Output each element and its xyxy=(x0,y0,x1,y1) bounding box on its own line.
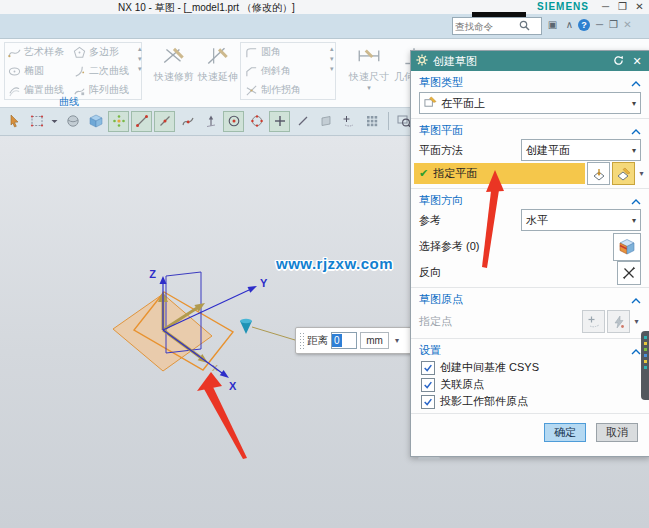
ribbon-item-quick-extend[interactable]: 快速延伸 xyxy=(196,44,240,84)
section-sketch-type[interactable]: 草图类型 xyxy=(411,74,649,91)
distance-label: 距离 xyxy=(307,334,328,348)
ok-button[interactable]: 确定 xyxy=(544,423,586,442)
plane-constructor-button[interactable] xyxy=(612,162,635,185)
plane-dialog-button[interactable] xyxy=(587,162,610,185)
create-sketch-dialog: 创建草图 ✕ 草图类型 在平面上 ▾ 草图平面 平面方法 创建平面▾ ✔ 指定平… xyxy=(410,50,649,457)
combo-caret-icon[interactable]: ▾ xyxy=(632,99,636,108)
doc-minimize-icon[interactable]: ─ xyxy=(592,16,607,33)
snap-face-icon[interactable] xyxy=(315,111,336,132)
cube-icon xyxy=(618,238,636,256)
ribbon-item-quick-trim[interactable]: 快速修剪 xyxy=(152,44,196,84)
combo-caret-icon[interactable]: ▾ xyxy=(632,146,636,155)
specify-plane-caret-icon[interactable]: ▾ xyxy=(637,169,646,178)
ribbon-item-studio-spline[interactable]: 艺术样条 xyxy=(8,45,73,59)
specify-plane-row: ✔ 指定平面 ▾ xyxy=(414,163,646,184)
chevron-up-icon[interactable] xyxy=(631,195,641,207)
ribbon-item-ellipse[interactable]: 椭圆 xyxy=(8,64,73,78)
distance-value-field[interactable]: 0 xyxy=(331,332,357,349)
checkbox-row-project-origin[interactable]: 投影工作部件原点 xyxy=(411,393,649,410)
curve-group-arrows[interactable]: ▴▾▾ xyxy=(138,46,142,72)
ribbon-item-polygon[interactable]: 多边形 xyxy=(73,45,138,59)
drag-grip-icon[interactable] xyxy=(299,332,304,349)
section-sketch-origin[interactable]: 草图原点 xyxy=(411,291,649,308)
checkbox-checked-icon[interactable] xyxy=(421,378,435,392)
unit-dropdown-caret-icon[interactable]: ▾ xyxy=(392,336,402,345)
watermark: www.rjzxw.com xyxy=(276,255,393,272)
snap-center-icon[interactable] xyxy=(223,111,244,132)
snap-endpoint-icon[interactable] xyxy=(131,111,152,132)
gear-icon[interactable] xyxy=(416,54,428,68)
ribbon-item-rapid-dimension[interactable]: 快速尺寸 ▾ xyxy=(347,44,391,92)
sphere-tool-icon[interactable] xyxy=(62,111,83,132)
select-cursor-icon[interactable] xyxy=(3,111,24,132)
distance-unit[interactable]: mm xyxy=(360,332,389,349)
snap-plus-icon[interactable] xyxy=(269,111,290,132)
search-input[interactable] xyxy=(453,20,519,32)
specify-point-row: 指定点 ▾ xyxy=(411,308,649,335)
plane-method-combo[interactable]: 创建平面▾ xyxy=(521,139,641,161)
help-icon[interactable]: ? xyxy=(578,19,590,31)
select-reference-button[interactable] xyxy=(613,233,641,261)
ribbon-item-make-corner[interactable]: 制作拐角 xyxy=(245,83,331,97)
chevron-up-icon[interactable] xyxy=(631,294,641,306)
snap-line-icon[interactable] xyxy=(292,111,313,132)
dialog-button-row: 确定 取消 xyxy=(411,417,649,442)
specify-point-caret-icon[interactable]: ▾ xyxy=(632,317,641,326)
command-search[interactable] xyxy=(452,17,542,35)
snap-midpoint-icon[interactable] xyxy=(154,111,175,132)
ribbon-item-chamfer[interactable]: 倒斜角 xyxy=(245,64,331,78)
dialog-header[interactable]: 创建草图 ✕ xyxy=(411,51,649,71)
snap-point-icon[interactable] xyxy=(108,111,129,132)
combo-caret-icon[interactable]: ▾ xyxy=(632,216,636,225)
chevron-up-icon[interactable] xyxy=(631,125,641,137)
rapid-dimension-caret[interactable]: ▾ xyxy=(367,84,371,92)
dialog-title: 创建草图 xyxy=(433,54,606,69)
point-dialog-button[interactable] xyxy=(582,310,605,333)
point-constructor-icon[interactable] xyxy=(338,111,359,132)
doc-close-icon[interactable]: ✕ xyxy=(620,16,635,33)
reverse-row: 反向 xyxy=(411,261,649,284)
corner-group-arrows[interactable]: ▴▾▾ xyxy=(330,46,334,72)
point-constructor-button[interactable] xyxy=(607,310,630,333)
section-sketch-plane[interactable]: 草图平面 xyxy=(411,122,649,139)
siemens-logo: SIEMENS xyxy=(537,1,589,12)
collapse-ribbon-icon[interactable]: ∧ xyxy=(562,16,577,33)
window-layout-icon[interactable]: ▣ xyxy=(545,16,560,33)
ribbon-item-conic[interactable]: 二次曲线 xyxy=(73,64,138,78)
checkbox-checked-icon[interactable] xyxy=(421,395,435,409)
search-icon[interactable] xyxy=(519,20,530,33)
snap-curve-icon[interactable] xyxy=(177,111,198,132)
section-settings[interactable]: 设置 xyxy=(411,342,649,359)
curve-group-label: 曲线 xyxy=(4,95,134,109)
section-sketch-orientation[interactable]: 草图方向 xyxy=(411,192,649,209)
close-button[interactable]: ✕ xyxy=(632,0,647,13)
grid-icon[interactable] xyxy=(361,111,382,132)
checkbox-row-create-csys[interactable]: 创建中间基准 CSYS xyxy=(411,359,649,376)
chevron-up-icon[interactable] xyxy=(631,345,641,357)
datum-cube-icon[interactable] xyxy=(85,111,106,132)
reverse-arrows-icon xyxy=(622,266,636,280)
divider xyxy=(411,188,649,189)
restore-button[interactable]: ❐ xyxy=(615,0,630,13)
reverse-direction-button[interactable] xyxy=(617,261,641,285)
doc-restore-icon[interactable]: ❐ xyxy=(606,16,621,33)
marquee-select-icon[interactable] xyxy=(26,111,47,132)
dialog-close-icon[interactable]: ✕ xyxy=(630,55,644,68)
snap-quadrant-icon[interactable] xyxy=(246,111,267,132)
snap-arrow-icon[interactable] xyxy=(200,111,221,132)
resource-bar-tab[interactable] xyxy=(641,331,649,400)
distance-input-box[interactable]: 距离 0 mm ▾ xyxy=(295,327,421,354)
dialog-reset-icon[interactable] xyxy=(611,55,625,68)
chevron-up-icon[interactable] xyxy=(631,77,641,89)
dropdown-caret-icon[interactable] xyxy=(49,111,60,132)
sketch-type-combo[interactable]: 在平面上 ▾ xyxy=(419,92,641,114)
cancel-button[interactable]: 取消 xyxy=(596,423,638,442)
checkbox-checked-icon[interactable] xyxy=(421,361,435,375)
specify-plane-field[interactable]: ✔ 指定平面 xyxy=(414,163,585,184)
minimize-button[interactable]: ─ xyxy=(598,0,613,13)
dialog-resize-grip[interactable] xyxy=(418,457,440,460)
ribbon-item-fillet[interactable]: 圆角 xyxy=(245,45,331,59)
reference-combo[interactable]: 水平▾ xyxy=(521,209,641,231)
checkbox-row-associative-origin[interactable]: 关联原点 xyxy=(411,376,649,393)
divider xyxy=(411,413,649,414)
